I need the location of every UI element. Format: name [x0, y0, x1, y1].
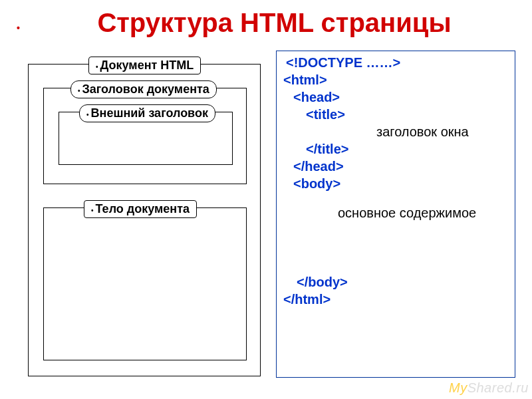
page-title: Структура HTML страницы	[30, 8, 519, 38]
code-doctype: <!DOCTYPE ……>	[286, 55, 400, 70]
code-body-open: <body>	[293, 176, 340, 192]
code-body-text: основное содержимое	[338, 205, 476, 221]
document-html-label: Документ HTML	[88, 57, 201, 74]
body-label: Тело документа	[84, 200, 197, 218]
title-label: Внешний заголовок	[79, 104, 215, 122]
code-panel: <!DOCTYPE ……> <html> <head> <title> заго…	[276, 51, 515, 378]
code-body-close: </body>	[297, 275, 348, 290]
body-box: Тело документа	[43, 207, 247, 360]
code-html-close: </html>	[283, 292, 331, 307]
code-title-close: </title>	[306, 142, 348, 157]
code-head-open: <head>	[293, 90, 340, 105]
head-label: Заголовок документа	[70, 80, 217, 98]
code-head-close: </head>	[293, 159, 344, 174]
code-title-text: заголовок окна	[376, 124, 469, 140]
head-box: Заголовок документа Внешний заголовок	[43, 88, 247, 184]
title-box: Внешний заголовок	[59, 112, 233, 165]
code-title-open: <title>	[306, 107, 345, 122]
document-html-box: Документ HTML Заголовок документа Внешни…	[28, 64, 261, 376]
watermark: MyShared.ru	[449, 380, 529, 396]
code-html-open: <html>	[283, 72, 327, 88]
